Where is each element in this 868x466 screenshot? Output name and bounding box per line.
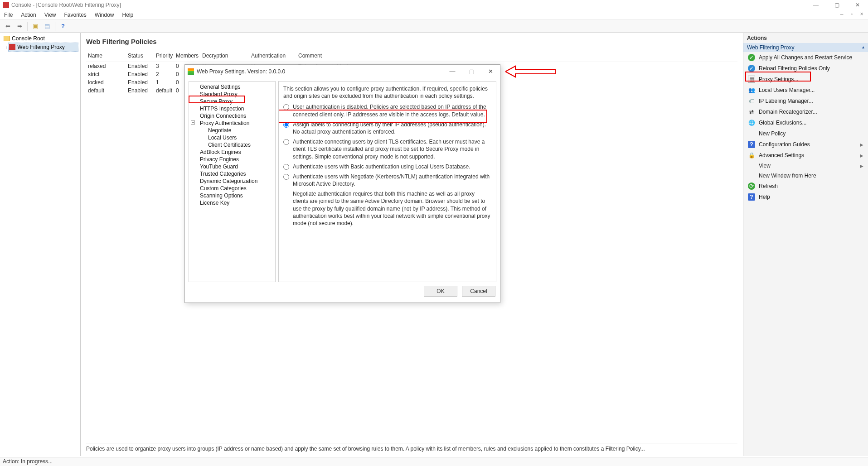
back-button[interactable]: ⬅ bbox=[3, 21, 13, 31]
menu-bar: File Action View Favorites Window Help –… bbox=[0, 10, 868, 20]
dialog-minimize[interactable]: — bbox=[443, 65, 462, 78]
col-comment[interactable]: Comment bbox=[296, 52, 737, 60]
radio-option-basic[interactable]: Authenticate users with Basic authentica… bbox=[283, 163, 491, 170]
forward-button[interactable]: ➡ bbox=[15, 21, 24, 31]
radio-disabled[interactable] bbox=[283, 104, 289, 110]
nav-origin-connections[interactable]: Origin Connections bbox=[190, 112, 274, 120]
help-button[interactable]: ? bbox=[58, 21, 68, 31]
nav-negotiate[interactable]: Negotiate bbox=[190, 127, 274, 134]
actions-group-header[interactable]: Web Filtering Proxy bbox=[743, 43, 868, 52]
menu-action[interactable]: Action bbox=[17, 12, 40, 18]
doc-close-icon[interactable]: × bbox=[858, 11, 865, 18]
radio-negotiate[interactable] bbox=[283, 174, 289, 180]
expand-icon[interactable]: › bbox=[6, 45, 7, 50]
radio-iplabels[interactable] bbox=[283, 122, 289, 128]
nav-youtube-guard[interactable]: YouTube Guard bbox=[190, 163, 274, 170]
radio-option-disabled[interactable]: User authentication is disabled. Policie… bbox=[283, 103, 491, 118]
radio-basic[interactable] bbox=[283, 164, 289, 170]
nav-https-inspection[interactable]: HTTPS Inspection bbox=[190, 105, 274, 112]
doc-minimize-icon[interactable]: – bbox=[838, 11, 845, 18]
annotation-arrow bbox=[505, 64, 560, 82]
radio-option-negotiate[interactable]: Authenticate users with Negotiate (Kerbe… bbox=[283, 173, 491, 187]
page-title: Web Filtering Policies bbox=[86, 38, 737, 45]
nav-trusted-categories[interactable]: Trusted Categories bbox=[190, 170, 274, 178]
menu-help[interactable]: Help bbox=[118, 12, 138, 18]
dialog-title: Web Proxy Settings. Version: 0.0.0.0 bbox=[197, 68, 285, 75]
nav-privacy[interactable]: Privacy Engines bbox=[190, 156, 274, 163]
collapse-icon[interactable]: – bbox=[191, 120, 195, 125]
action-domain-recategorizer[interactable]: ⇄Domain Recategorizer... bbox=[743, 106, 868, 117]
maximize-button[interactable]: ▢ bbox=[826, 0, 847, 10]
tree-root-label: Console Root bbox=[12, 35, 45, 42]
tree-web-filtering-proxy[interactable]: › Web Filtering Proxy bbox=[8, 43, 78, 52]
dialog-nav-tree[interactable]: General Settings Standard Proxy Secure P… bbox=[189, 81, 276, 282]
proxy-icon bbox=[9, 44, 15, 50]
app-icon bbox=[3, 2, 9, 8]
action-proxy-settings[interactable]: ▦Proxy Settings... bbox=[743, 74, 868, 85]
status-bar: Action: In progress... bbox=[0, 457, 868, 466]
chevron-right-icon: ▶ bbox=[860, 142, 863, 147]
action-ip-labeling[interactable]: 🏷IP Labeling Manager... bbox=[743, 96, 868, 106]
actions-header: Actions bbox=[743, 33, 868, 43]
nav-general-settings[interactable]: General Settings bbox=[190, 83, 274, 91]
nav-proxy-authentication[interactable]: – Proxy Authentication bbox=[190, 120, 274, 127]
nav-license-key[interactable]: License Key bbox=[190, 199, 274, 207]
chevron-right-icon: ▶ bbox=[860, 163, 863, 168]
action-local-users[interactable]: 👥Local Users Manager... bbox=[743, 85, 868, 96]
nav-scanning-options[interactable]: Scanning Options bbox=[190, 192, 274, 199]
action-advanced-settings[interactable]: 🔒Advanced Settings▶ bbox=[743, 150, 868, 161]
col-authentication[interactable]: Authentication bbox=[249, 52, 296, 60]
action-refresh[interactable]: ⟳Refresh bbox=[743, 181, 868, 192]
doc-restore-icon[interactable]: ▫ bbox=[848, 11, 855, 18]
dialog-title-bar[interactable]: Web Proxy Settings. Version: 0.0.0.0 — ▢… bbox=[185, 65, 500, 78]
nav-local-users[interactable]: Local Users bbox=[190, 134, 274, 141]
check-icon: ✓ bbox=[748, 54, 755, 61]
minimize-button[interactable]: — bbox=[805, 0, 826, 10]
negotiate-note: Negotiate authentication requires that b… bbox=[293, 190, 491, 227]
action-global-exclusions[interactable]: 🌐Global Exclusions... bbox=[743, 117, 868, 128]
guide-icon: ? bbox=[748, 141, 755, 148]
action-new-policy[interactable]: New Policy bbox=[743, 128, 868, 139]
users-icon: 👥 bbox=[748, 86, 755, 94]
info-note: Policies are used to organize proxy user… bbox=[86, 443, 737, 452]
tree-console-root[interactable]: Console Root bbox=[2, 34, 78, 43]
radio-option-tls[interactable]: Authenticate connecting users by client … bbox=[283, 138, 491, 160]
action-config-guides[interactable]: ?Configuration Guides▶ bbox=[743, 139, 868, 150]
col-priority[interactable]: Priority bbox=[154, 52, 174, 60]
settings-icon: ▦ bbox=[748, 76, 755, 83]
radio-tls[interactable] bbox=[283, 139, 289, 145]
action-new-window[interactable]: New Window from Here bbox=[743, 171, 868, 181]
menu-window[interactable]: Window bbox=[91, 12, 118, 18]
menu-file[interactable]: File bbox=[0, 12, 17, 18]
action-view[interactable]: View▶ bbox=[743, 161, 868, 171]
dialog-close[interactable]: ✕ bbox=[481, 65, 500, 78]
ok-button[interactable]: OK bbox=[424, 286, 457, 297]
nav-standard-proxy[interactable]: Standard Proxy bbox=[190, 91, 274, 98]
dialog-maximize[interactable]: ▢ bbox=[462, 65, 481, 78]
action-apply-all[interactable]: ✓Apply All Changes and Restart Service bbox=[743, 52, 868, 63]
nav-client-certificates[interactable]: Client Certificates bbox=[190, 141, 274, 149]
col-decryption[interactable]: Decryption bbox=[200, 52, 249, 60]
console-tree[interactable]: Console Root › Web Filtering Proxy bbox=[0, 33, 81, 456]
nav-adblock[interactable]: AdBlock Engines bbox=[190, 149, 274, 156]
menu-favorites[interactable]: Favorites bbox=[60, 12, 91, 18]
toolbar: ⬅ ➡ ▣ ▤ ? bbox=[0, 20, 868, 33]
show-hide-tree-button[interactable]: ▣ bbox=[30, 21, 40, 31]
radio-option-iplabels[interactable]: Assign labels to connecting users by the… bbox=[283, 121, 491, 135]
nav-dynamic-categorization[interactable]: Dynamic Categorization bbox=[190, 178, 274, 185]
chevron-right-icon: ▶ bbox=[860, 153, 863, 158]
reload-icon: ✓ bbox=[748, 65, 755, 72]
lock-icon: 🔒 bbox=[748, 152, 755, 159]
close-button[interactable]: ✕ bbox=[847, 0, 868, 10]
properties-button[interactable]: ▤ bbox=[42, 21, 52, 31]
nav-custom-categories[interactable]: Custom Categories bbox=[190, 185, 274, 192]
nav-secure-proxy[interactable]: Secure Proxy bbox=[190, 98, 274, 105]
cancel-button[interactable]: Cancel bbox=[462, 286, 495, 297]
action-help[interactable]: ?Help bbox=[743, 192, 868, 202]
col-status[interactable]: Status bbox=[126, 52, 154, 60]
menu-view[interactable]: View bbox=[40, 12, 60, 18]
col-name[interactable]: Name bbox=[86, 52, 126, 60]
tag-icon: 🏷 bbox=[748, 97, 755, 105]
action-reload-policies[interactable]: ✓Reload Filtering Policies Only bbox=[743, 63, 868, 74]
col-members[interactable]: Members bbox=[174, 52, 200, 60]
